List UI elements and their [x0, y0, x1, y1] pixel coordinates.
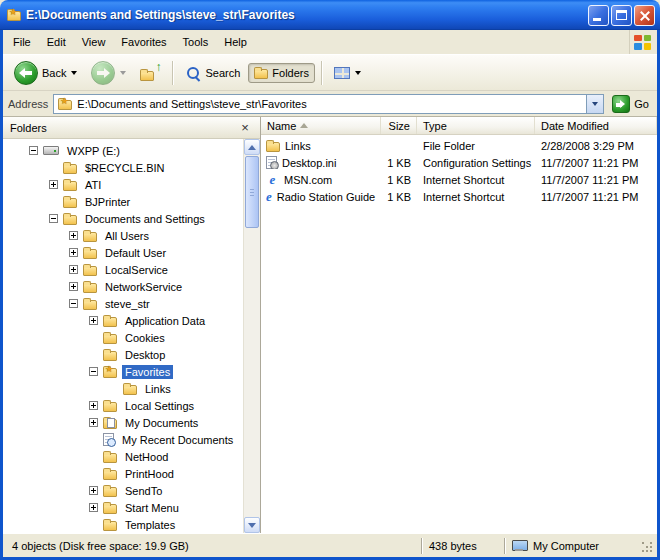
tree-item[interactable]: steve_str [3, 295, 243, 312]
tree-item[interactable]: NetHood [3, 448, 243, 465]
up-button[interactable] [134, 61, 166, 85]
scrollbar-thumb[interactable] [245, 156, 259, 228]
forward-dropdown-icon[interactable] [120, 71, 126, 75]
tree-item[interactable]: Default User [3, 244, 243, 261]
tree-item[interactable]: Desktop [3, 346, 243, 363]
expand-icon[interactable] [89, 316, 98, 325]
address-value[interactable]: E:\Documents and Settings\steve_str\Favo… [77, 98, 581, 110]
expand-icon[interactable] [69, 282, 78, 291]
menu-favorites[interactable]: Favorites [113, 32, 174, 52]
tree-scrollbar[interactable] [243, 139, 260, 533]
expand-icon[interactable] [89, 486, 98, 495]
address-input[interactable]: E:\Documents and Settings\steve_str\Favo… [53, 94, 604, 114]
tree-item-label[interactable]: My Recent Documents [119, 433, 236, 447]
go-button[interactable]: Go [609, 95, 652, 113]
tree-item-label[interactable]: Local Settings [122, 399, 197, 413]
menu-file[interactable]: File [5, 32, 39, 52]
views-button[interactable] [328, 63, 367, 83]
search-button[interactable]: Search [179, 61, 246, 85]
tree-item[interactable]: $RECYCLE.BIN [3, 159, 243, 176]
tree-item-label[interactable]: Documents and Settings [82, 212, 208, 226]
column-header-type[interactable]: Type [417, 117, 535, 134]
column-header-name[interactable]: Name [261, 117, 381, 134]
expand-icon[interactable] [89, 418, 98, 427]
file-row[interactable]: eRadio Station Guide1 KBInternet Shortcu… [261, 188, 657, 205]
collapse-icon[interactable] [89, 367, 98, 376]
tree-item-label[interactable]: BJPrinter [82, 195, 133, 209]
expand-icon[interactable] [69, 265, 78, 274]
tree-item-label[interactable]: WXPP (E:) [64, 144, 123, 158]
tree-item[interactable]: Application Data [3, 312, 243, 329]
menu-help[interactable]: Help [216, 32, 255, 52]
tree-item[interactable]: All Users [3, 227, 243, 244]
tree-item[interactable]: Local Settings [3, 397, 243, 414]
scrollbar-track[interactable] [244, 155, 260, 517]
expand-icon[interactable] [69, 231, 78, 240]
close-icon [635, 6, 654, 25]
tree-item-label[interactable]: $RECYCLE.BIN [82, 161, 167, 175]
tree-item-label[interactable]: PrintHood [122, 467, 177, 481]
tree-item[interactable]: NetworkService [3, 278, 243, 295]
tree-item-label[interactable]: Links [142, 382, 174, 396]
column-header-size[interactable]: Size [381, 117, 417, 134]
tree-item[interactable]: My Recent Documents [3, 431, 243, 448]
views-dropdown-icon[interactable] [355, 71, 361, 75]
folders-button[interactable]: Folders [248, 63, 315, 83]
column-header-date[interactable]: Date Modified [535, 117, 657, 134]
file-row[interactable]: LinksFile Folder2/28/2008 3:29 PM [261, 137, 657, 154]
tree-item[interactable]: Cookies [3, 329, 243, 346]
menu-edit[interactable]: Edit [39, 32, 74, 52]
go-arrow-icon [612, 95, 630, 113]
menu-view[interactable]: View [74, 32, 114, 52]
back-dropdown-icon[interactable] [71, 71, 77, 75]
forward-button[interactable] [85, 57, 132, 89]
tree-item-label[interactable]: Default User [102, 246, 169, 260]
file-type: Internet Shortcut [417, 174, 535, 186]
tree-item-label[interactable]: Templates [122, 518, 178, 532]
tree-item[interactable]: LocalService [3, 261, 243, 278]
tree-item-label[interactable]: steve_str [102, 297, 153, 311]
tree-item-label[interactable]: My Documents [122, 416, 201, 430]
scroll-down-button[interactable] [244, 517, 260, 533]
tree-item[interactable]: Favorites [3, 363, 243, 380]
tree-item[interactable]: WXPP (E:) [3, 142, 243, 159]
tree-item-label[interactable]: SendTo [122, 484, 165, 498]
folders-pane-close-button[interactable]: × [237, 120, 253, 136]
tree-item-label[interactable]: NetHood [122, 450, 171, 464]
tree-item[interactable]: ATI [3, 176, 243, 193]
tree-item[interactable]: Links [3, 380, 243, 397]
collapse-icon[interactable] [69, 299, 78, 308]
tree-item-label[interactable]: Start Menu [122, 501, 182, 515]
tree-item-label[interactable]: NetworkService [102, 280, 185, 294]
tree-item-label[interactable]: Favorites [122, 365, 173, 379]
expand-icon[interactable] [89, 503, 98, 512]
tree-item[interactable]: Start Menu [3, 499, 243, 516]
tree-item-label[interactable]: All Users [102, 229, 152, 243]
maximize-button[interactable] [611, 5, 632, 26]
tree-item-label[interactable]: ATI [82, 178, 104, 192]
collapse-icon[interactable] [29, 146, 38, 155]
collapse-icon[interactable] [49, 214, 58, 223]
back-button[interactable]: Back [8, 57, 83, 89]
file-row[interactable]: Desktop.ini1 KBConfiguration Settings11/… [261, 154, 657, 171]
resize-grip-icon[interactable] [642, 542, 654, 554]
expand-icon[interactable] [89, 401, 98, 410]
tree-item[interactable]: SendTo [3, 482, 243, 499]
menu-tools[interactable]: Tools [175, 32, 217, 52]
expand-icon[interactable] [49, 180, 58, 189]
tree-item[interactable]: My Documents [3, 414, 243, 431]
file-row[interactable]: eMSN.com1 KBInternet Shortcut11/7/2007 1… [261, 171, 657, 188]
tree-item[interactable]: Documents and Settings [3, 210, 243, 227]
minimize-button[interactable] [588, 5, 609, 26]
tree-item-label[interactable]: Cookies [122, 331, 168, 345]
tree-item[interactable]: PrintHood [3, 465, 243, 482]
tree-item[interactable]: Templates [3, 516, 243, 533]
tree-item-label[interactable]: Application Data [122, 314, 208, 328]
tree-item-label[interactable]: Desktop [122, 348, 168, 362]
tree-item[interactable]: BJPrinter [3, 193, 243, 210]
tree-item-label[interactable]: LocalService [102, 263, 171, 277]
expand-icon[interactable] [69, 248, 78, 257]
address-dropdown-button[interactable] [586, 95, 603, 113]
close-button[interactable] [634, 5, 655, 26]
scroll-up-button[interactable] [244, 139, 260, 155]
